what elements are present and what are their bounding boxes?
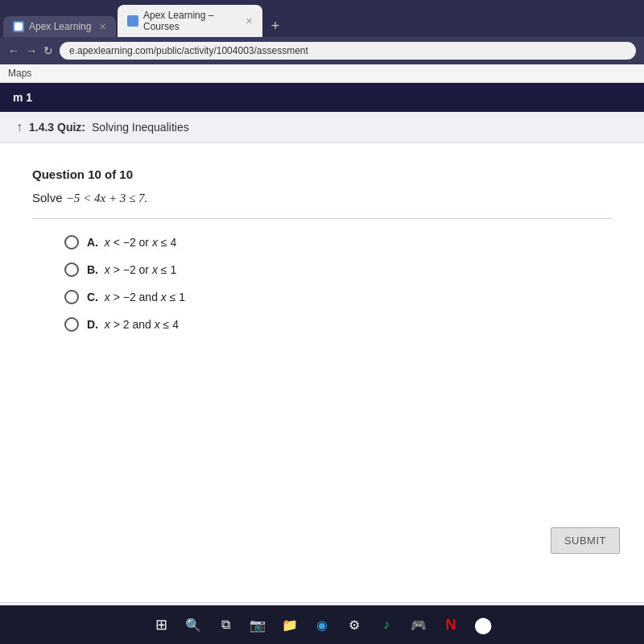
taskbar-spotify[interactable]: ♪ (374, 613, 398, 637)
options-list: A. x < −2 or x ≤ 4 B. x > −2 or x ≤ 1 C.… (32, 235, 612, 332)
tab-label-2: Apex Learning – Courses (143, 10, 241, 32)
radio-c[interactable] (64, 290, 79, 304)
tab-close-1[interactable]: ✕ (99, 22, 106, 32)
address-bar: ← → ↻ e.apexlearning.com/public/activity… (0, 37, 644, 64)
quiz-header: ↑ 1.4.3 Quiz: Solving Inequalities (0, 112, 644, 143)
nav-header: m 1 (0, 83, 644, 112)
quiz-main: Question 10 of 10 Solve −5 < 4x + 3 ≤ 7.… (0, 143, 644, 602)
windows-start-button[interactable]: ⊞ (149, 613, 173, 637)
tab-apex-learning[interactable]: Apex Learning ✕ (3, 16, 116, 37)
option-a-label: A. x < −2 or x ≤ 4 (87, 236, 176, 249)
option-d[interactable]: D. x > 2 and x ≤ 4 (64, 317, 612, 332)
option-c-label: C. x > −2 and x ≤ 1 (87, 291, 185, 303)
taskbar-game[interactable]: 🎮 (407, 613, 431, 637)
question-text: Solve −5 < 4x + 3 ≤ 7. (32, 191, 612, 219)
taskbar-netflix[interactable]: N (439, 613, 463, 637)
svg-rect-0 (14, 23, 23, 31)
tab-apex-learning-courses[interactable]: Apex Learning – Courses ✕ (118, 5, 262, 37)
refresh-button[interactable]: ↻ (43, 44, 53, 57)
taskbar-files[interactable]: 📁 (278, 613, 302, 637)
quiz-title: 1.4.3 Quiz: (29, 121, 85, 134)
section-label: m 1 (13, 91, 32, 104)
svg-rect-1 (129, 17, 137, 25)
option-b-label: B. x > −2 or x ≤ 1 (87, 263, 176, 276)
tab-bar: Apex Learning ✕ Apex Learning – Courses … (0, 0, 644, 37)
question-intro: Solve (32, 191, 66, 204)
option-d-label: D. x > 2 and x ≤ 4 (87, 318, 179, 331)
option-a[interactable]: A. x < −2 or x ≤ 4 (64, 235, 612, 250)
taskbar-search[interactable]: 🔍 (181, 613, 205, 637)
question-math: −5 < 4x + 3 ≤ 7. (66, 192, 148, 204)
quiz-title-icon: ↑ (16, 120, 23, 134)
add-tab-button[interactable]: + (264, 14, 287, 37)
option-c[interactable]: C. x > −2 and x ≤ 1 (64, 290, 612, 304)
tab-label-1: Apex Learning (29, 21, 91, 32)
forward-button[interactable]: → (26, 44, 37, 57)
back-button[interactable]: ← (8, 44, 19, 57)
quiz-subtitle: Solving Inequalities (92, 121, 189, 134)
option-b[interactable]: B. x > −2 or x ≤ 1 (64, 262, 612, 277)
browser-chrome: Apex Learning ✕ Apex Learning – Courses … (0, 0, 644, 83)
bookmarks-bar: Maps (0, 64, 644, 83)
page-content: m 1 ↑ 1.4.3 Quiz: Solving Inequalities Q… (0, 83, 644, 644)
radio-d[interactable] (64, 317, 79, 332)
taskbar-settings[interactable]: ⚙ (342, 613, 366, 637)
radio-a[interactable] (64, 235, 79, 250)
taskbar-chrome[interactable]: ⬤ (471, 613, 495, 637)
bookmark-maps[interactable]: Maps (8, 68, 31, 79)
taskbar-task-view[interactable]: ⧉ (213, 613, 237, 637)
taskbar: ⊞ 🔍 ⧉ 📷 📁 ◉ ⚙ ♪ 🎮 N ⬤ (0, 605, 644, 644)
tab-favicon-1 (13, 21, 24, 32)
radio-b[interactable] (64, 262, 79, 277)
submit-button[interactable]: SUBMIT (551, 527, 620, 554)
url-input[interactable]: e.apexlearning.com/public/activity/10040… (60, 42, 636, 60)
tab-favicon-2 (127, 15, 138, 27)
taskbar-edge[interactable]: ◉ (310, 613, 334, 637)
taskbar-camera[interactable]: 📷 (246, 613, 270, 637)
tab-close-2[interactable]: ✕ (246, 16, 253, 27)
question-label: Question 10 of 10 (32, 167, 612, 181)
